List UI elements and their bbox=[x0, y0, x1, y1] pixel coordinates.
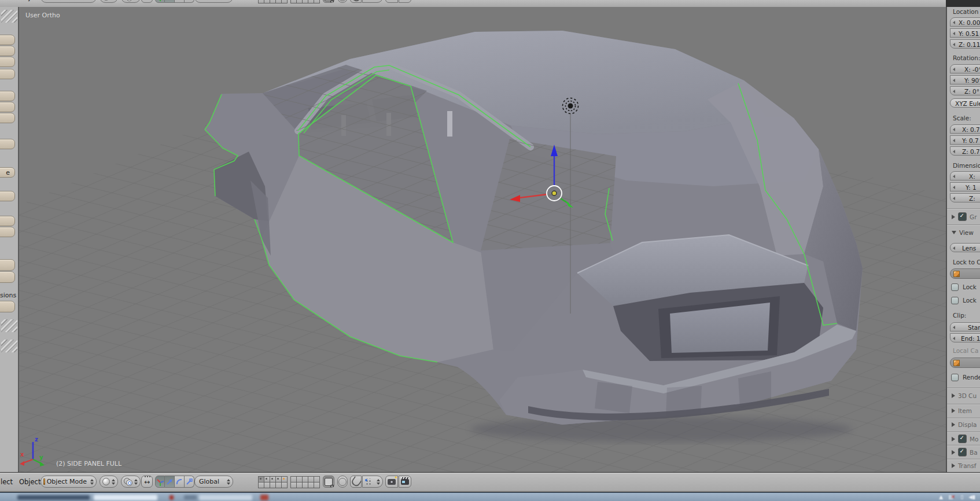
toolshelf-button[interactable]: e bbox=[0, 167, 15, 178]
manipulator-enable-button[interactable] bbox=[155, 476, 165, 488]
tray-speaker-icon[interactable]: ◀▮ bbox=[968, 493, 975, 500]
toolshelf-button[interactable] bbox=[0, 91, 15, 101]
menu-select[interactable]: lect bbox=[1, 0, 13, 1]
opengl-render-anim-button[interactable] bbox=[399, 476, 411, 488]
translate-manipulator-button[interactable] bbox=[165, 0, 175, 3]
panel-resize-grip[interactable] bbox=[1, 10, 17, 23]
proportional-edit-button[interactable] bbox=[337, 0, 348, 3]
clip-start-field[interactable]: Star bbox=[950, 322, 980, 331]
toolshelf-button[interactable] bbox=[0, 227, 15, 237]
scene-lock-toggle[interactable] bbox=[323, 0, 334, 3]
render-border-checkbox[interactable] bbox=[951, 374, 959, 381]
layers-widget-group2[interactable] bbox=[290, 0, 319, 3]
opengl-render-button[interactable] bbox=[385, 476, 398, 488]
tray-device-icon[interactable]: ▯ bbox=[960, 493, 963, 500]
location-x-field[interactable]: X: 0.00 bbox=[950, 17, 980, 27]
scene-lock-toggle[interactable] bbox=[323, 476, 334, 488]
manipulate-centers-toggle[interactable]: ↔ bbox=[141, 476, 153, 488]
toolshelf-button[interactable] bbox=[0, 139, 15, 149]
scale-z-field[interactable]: Z: 0.7 bbox=[950, 146, 980, 156]
panel-checkbox[interactable] bbox=[958, 212, 967, 221]
rotate-manipulator-button[interactable] bbox=[175, 0, 185, 3]
dimensions-x-field[interactable]: X: bbox=[950, 171, 980, 180]
menu-object[interactable]: Object bbox=[19, 0, 40, 1]
panel-resize-grip[interactable] bbox=[1, 319, 17, 332]
scale-manipulator-button[interactable] bbox=[185, 0, 194, 3]
pivot-point-dropdown[interactable] bbox=[121, 476, 141, 488]
panel-checkbox[interactable] bbox=[958, 434, 967, 443]
proportional-edit-button[interactable] bbox=[337, 476, 348, 488]
background-images-panel-header[interactable]: Ba bbox=[952, 448, 978, 456]
scale-manipulator-button[interactable] bbox=[185, 476, 194, 488]
dimensions-z-field[interactable]: Z: bbox=[950, 193, 980, 202]
toolshelf-button[interactable] bbox=[0, 46, 15, 56]
opengl-render-anim-button[interactable] bbox=[399, 0, 411, 3]
transform-orientation-dropdown[interactable]: Global bbox=[194, 476, 233, 488]
lens-field[interactable]: Lens bbox=[950, 243, 980, 252]
transform-orientation-dropdown[interactable]: Global bbox=[194, 0, 233, 3]
viewport-header[interactable]: lect Object Object Mode ↔ bbox=[0, 472, 980, 491]
snap-toggle[interactable] bbox=[350, 0, 362, 3]
mode-dropdown[interactable]: Object Mode bbox=[40, 476, 97, 488]
toolshelf-button[interactable] bbox=[0, 301, 15, 312]
properties-sidebar[interactable]: Location X: 0.00 Y: 0.51 Z: 0.11 Rotatio… bbox=[946, 7, 980, 472]
panel-resize-grip[interactable] bbox=[1, 340, 17, 352]
view-panel-header[interactable]: View bbox=[952, 229, 974, 236]
rotation-mode-dropdown[interactable]: XYZ Eule bbox=[950, 98, 980, 108]
layers-widget-group1[interactable] bbox=[258, 0, 287, 3]
opengl-render-button[interactable] bbox=[385, 0, 398, 3]
motion-tracking-panel-header[interactable]: Mo bbox=[952, 434, 978, 443]
lock-object-selector[interactable] bbox=[950, 268, 980, 279]
clip-end-field[interactable]: End: 1 bbox=[950, 333, 980, 342]
menu-select[interactable]: lect bbox=[1, 478, 13, 486]
toolshelf-button[interactable] bbox=[0, 259, 15, 271]
translate-manipulator-button[interactable] bbox=[165, 476, 175, 488]
mode-dropdown[interactable]: Object Mode bbox=[40, 0, 97, 3]
display-panel-header[interactable]: Displa bbox=[952, 421, 977, 428]
toolshelf-button[interactable] bbox=[0, 113, 15, 123]
pivot-point-dropdown[interactable] bbox=[121, 0, 141, 3]
layers-widget-group2[interactable] bbox=[290, 476, 319, 488]
scale-y-field[interactable]: Y: 0.7 bbox=[950, 135, 980, 145]
toolshelf-button[interactable] bbox=[0, 216, 15, 226]
scale-x-field[interactable]: X: 0.7 bbox=[950, 124, 980, 134]
menu-object[interactable]: Object bbox=[19, 478, 40, 486]
toolshelf-button[interactable] bbox=[0, 57, 15, 67]
viewport-canvas[interactable] bbox=[19, 7, 946, 472]
car-body-model[interactable] bbox=[204, 31, 863, 442]
lock-checkbox-b[interactable] bbox=[951, 297, 959, 304]
3d-viewport[interactable]: User Ortho (2) SIDE PANEL FULL z x y bbox=[19, 7, 946, 472]
item-panel-header[interactable]: Item bbox=[952, 407, 972, 414]
dimensions-y-field[interactable]: Y: 1 bbox=[950, 182, 980, 191]
manipulate-centers-toggle[interactable]: ↔ bbox=[141, 0, 153, 3]
rotate-manipulator-button[interactable] bbox=[175, 476, 185, 488]
local-camera-selector[interactable] bbox=[950, 358, 980, 368]
toolshelf-button[interactable] bbox=[0, 191, 15, 201]
snap-element-dropdown[interactable] bbox=[362, 0, 383, 3]
os-taskbar[interactable]: ▲ ▥✕ ▯ ◀▮ bbox=[0, 492, 980, 501]
viewport-shading-dropdown[interactable] bbox=[100, 476, 118, 488]
lock-checkbox-a[interactable] bbox=[951, 283, 959, 291]
layers-widget-group1[interactable] bbox=[258, 476, 287, 488]
snap-toggle[interactable] bbox=[350, 476, 362, 488]
tray-network-icon[interactable]: ▥✕ bbox=[948, 493, 955, 500]
transform-orientations-panel-header[interactable]: Transf bbox=[952, 462, 976, 469]
snap-element-dropdown[interactable] bbox=[362, 476, 383, 488]
toolshelf-button[interactable] bbox=[0, 271, 15, 283]
viewport-shading-dropdown[interactable] bbox=[100, 0, 118, 3]
manipulator-enable-button[interactable] bbox=[155, 0, 165, 3]
system-tray[interactable]: ▲ ▥✕ ▯ ◀▮ bbox=[939, 493, 975, 500]
rotation-x-field[interactable]: X: -0° bbox=[950, 64, 980, 73]
location-y-field[interactable]: Y: 0.51 bbox=[950, 28, 980, 38]
tool-shelf[interactable]: e sions bbox=[0, 7, 19, 472]
panel-checkbox[interactable] bbox=[958, 448, 967, 456]
tray-up-arrow-icon[interactable]: ▲ bbox=[939, 493, 943, 500]
rotation-y-field[interactable]: Y: 90° bbox=[950, 75, 980, 84]
grease-pencil-panel-header[interactable]: Gr bbox=[952, 212, 977, 221]
toolshelf-button[interactable] bbox=[0, 69, 15, 79]
toolshelf-button[interactable] bbox=[0, 35, 15, 45]
toolshelf-button[interactable] bbox=[0, 102, 15, 112]
rotation-z-field[interactable]: Z: 0° bbox=[950, 86, 980, 95]
3d-cursor-panel-header[interactable]: 3D Cu bbox=[952, 392, 977, 399]
location-z-field[interactable]: Z: 0.11 bbox=[950, 39, 980, 49]
